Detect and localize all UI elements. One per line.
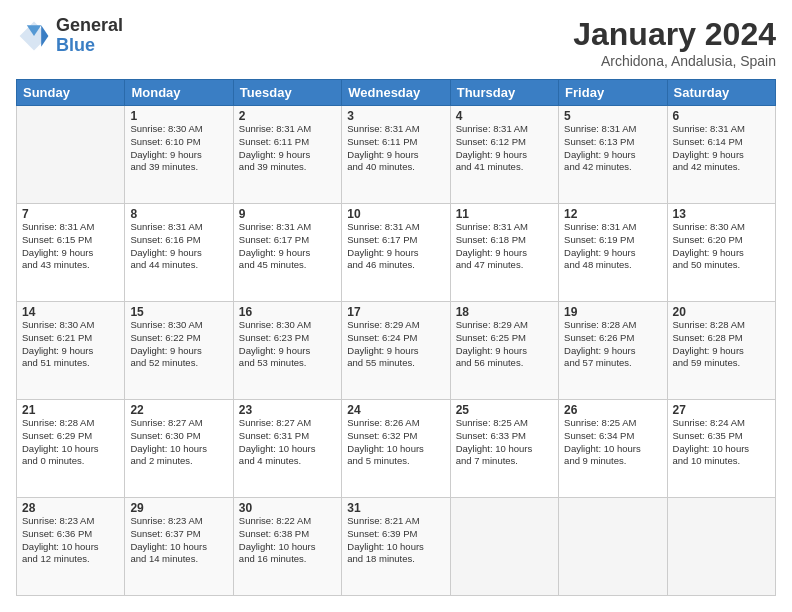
calendar-day-header: Thursday: [450, 80, 558, 106]
day-number: 20: [673, 305, 770, 319]
calendar-cell: 12Sunrise: 8:31 AMSunset: 6:19 PMDayligh…: [559, 204, 667, 302]
day-number: 21: [22, 403, 119, 417]
calendar-week-row: 28Sunrise: 8:23 AMSunset: 6:36 PMDayligh…: [17, 498, 776, 596]
calendar-cell: 7Sunrise: 8:31 AMSunset: 6:15 PMDaylight…: [17, 204, 125, 302]
calendar-cell: [667, 498, 775, 596]
day-number: 1: [130, 109, 227, 123]
calendar-cell: 5Sunrise: 8:31 AMSunset: 6:13 PMDaylight…: [559, 106, 667, 204]
calendar-cell: 13Sunrise: 8:30 AMSunset: 6:20 PMDayligh…: [667, 204, 775, 302]
day-info: Sunrise: 8:24 AMSunset: 6:35 PMDaylight:…: [673, 417, 770, 468]
day-number: 30: [239, 501, 336, 515]
day-number: 11: [456, 207, 553, 221]
day-number: 8: [130, 207, 227, 221]
day-info: Sunrise: 8:31 AMSunset: 6:18 PMDaylight:…: [456, 221, 553, 272]
calendar-cell: [559, 498, 667, 596]
calendar-cell: 28Sunrise: 8:23 AMSunset: 6:36 PMDayligh…: [17, 498, 125, 596]
day-number: 18: [456, 305, 553, 319]
calendar-cell: 20Sunrise: 8:28 AMSunset: 6:28 PMDayligh…: [667, 302, 775, 400]
day-info: Sunrise: 8:31 AMSunset: 6:13 PMDaylight:…: [564, 123, 661, 174]
day-number: 24: [347, 403, 444, 417]
calendar-cell: 30Sunrise: 8:22 AMSunset: 6:38 PMDayligh…: [233, 498, 341, 596]
day-number: 12: [564, 207, 661, 221]
logo-general: General: [56, 16, 123, 36]
calendar-cell: 31Sunrise: 8:21 AMSunset: 6:39 PMDayligh…: [342, 498, 450, 596]
calendar-cell: 17Sunrise: 8:29 AMSunset: 6:24 PMDayligh…: [342, 302, 450, 400]
calendar-day-header: Monday: [125, 80, 233, 106]
calendar-cell: 8Sunrise: 8:31 AMSunset: 6:16 PMDaylight…: [125, 204, 233, 302]
calendar-cell: 24Sunrise: 8:26 AMSunset: 6:32 PMDayligh…: [342, 400, 450, 498]
day-number: 6: [673, 109, 770, 123]
day-info: Sunrise: 8:29 AMSunset: 6:24 PMDaylight:…: [347, 319, 444, 370]
calendar-cell: 21Sunrise: 8:28 AMSunset: 6:29 PMDayligh…: [17, 400, 125, 498]
day-info: Sunrise: 8:30 AMSunset: 6:21 PMDaylight:…: [22, 319, 119, 370]
location: Archidona, Andalusia, Spain: [573, 53, 776, 69]
day-info: Sunrise: 8:30 AMSunset: 6:23 PMDaylight:…: [239, 319, 336, 370]
day-info: Sunrise: 8:22 AMSunset: 6:38 PMDaylight:…: [239, 515, 336, 566]
day-number: 2: [239, 109, 336, 123]
day-number: 13: [673, 207, 770, 221]
day-number: 16: [239, 305, 336, 319]
day-number: 3: [347, 109, 444, 123]
calendar-cell: 23Sunrise: 8:27 AMSunset: 6:31 PMDayligh…: [233, 400, 341, 498]
month-title: January 2024: [573, 16, 776, 53]
day-number: 25: [456, 403, 553, 417]
day-number: 17: [347, 305, 444, 319]
calendar-header-row: SundayMondayTuesdayWednesdayThursdayFrid…: [17, 80, 776, 106]
day-number: 10: [347, 207, 444, 221]
calendar-day-header: Sunday: [17, 80, 125, 106]
day-number: 14: [22, 305, 119, 319]
day-info: Sunrise: 8:26 AMSunset: 6:32 PMDaylight:…: [347, 417, 444, 468]
day-number: 31: [347, 501, 444, 515]
calendar-cell: 11Sunrise: 8:31 AMSunset: 6:18 PMDayligh…: [450, 204, 558, 302]
calendar-week-row: 21Sunrise: 8:28 AMSunset: 6:29 PMDayligh…: [17, 400, 776, 498]
calendar-cell: 10Sunrise: 8:31 AMSunset: 6:17 PMDayligh…: [342, 204, 450, 302]
calendar-cell: 29Sunrise: 8:23 AMSunset: 6:37 PMDayligh…: [125, 498, 233, 596]
day-info: Sunrise: 8:28 AMSunset: 6:26 PMDaylight:…: [564, 319, 661, 370]
calendar-day-header: Saturday: [667, 80, 775, 106]
day-info: Sunrise: 8:31 AMSunset: 6:14 PMDaylight:…: [673, 123, 770, 174]
day-info: Sunrise: 8:31 AMSunset: 6:11 PMDaylight:…: [347, 123, 444, 174]
day-info: Sunrise: 8:23 AMSunset: 6:36 PMDaylight:…: [22, 515, 119, 566]
logo-text: General Blue: [56, 16, 123, 56]
calendar-table: SundayMondayTuesdayWednesdayThursdayFrid…: [16, 79, 776, 596]
page: General Blue January 2024 Archidona, And…: [0, 0, 792, 612]
day-info: Sunrise: 8:31 AMSunset: 6:19 PMDaylight:…: [564, 221, 661, 272]
calendar-cell: 4Sunrise: 8:31 AMSunset: 6:12 PMDaylight…: [450, 106, 558, 204]
day-info: Sunrise: 8:29 AMSunset: 6:25 PMDaylight:…: [456, 319, 553, 370]
day-info: Sunrise: 8:23 AMSunset: 6:37 PMDaylight:…: [130, 515, 227, 566]
day-number: 27: [673, 403, 770, 417]
calendar-day-header: Tuesday: [233, 80, 341, 106]
svg-marker-1: [41, 25, 48, 47]
day-info: Sunrise: 8:31 AMSunset: 6:17 PMDaylight:…: [239, 221, 336, 272]
calendar-cell: 1Sunrise: 8:30 AMSunset: 6:10 PMDaylight…: [125, 106, 233, 204]
day-info: Sunrise: 8:28 AMSunset: 6:29 PMDaylight:…: [22, 417, 119, 468]
calendar-cell: 9Sunrise: 8:31 AMSunset: 6:17 PMDaylight…: [233, 204, 341, 302]
day-number: 9: [239, 207, 336, 221]
day-number: 7: [22, 207, 119, 221]
calendar-cell: [17, 106, 125, 204]
calendar-day-header: Friday: [559, 80, 667, 106]
header: General Blue January 2024 Archidona, And…: [16, 16, 776, 69]
calendar-cell: 27Sunrise: 8:24 AMSunset: 6:35 PMDayligh…: [667, 400, 775, 498]
header-right: January 2024 Archidona, Andalusia, Spain: [573, 16, 776, 69]
day-info: Sunrise: 8:31 AMSunset: 6:17 PMDaylight:…: [347, 221, 444, 272]
day-info: Sunrise: 8:25 AMSunset: 6:33 PMDaylight:…: [456, 417, 553, 468]
day-info: Sunrise: 8:31 AMSunset: 6:12 PMDaylight:…: [456, 123, 553, 174]
calendar-cell: 19Sunrise: 8:28 AMSunset: 6:26 PMDayligh…: [559, 302, 667, 400]
calendar-cell: 16Sunrise: 8:30 AMSunset: 6:23 PMDayligh…: [233, 302, 341, 400]
calendar-cell: 26Sunrise: 8:25 AMSunset: 6:34 PMDayligh…: [559, 400, 667, 498]
day-info: Sunrise: 8:28 AMSunset: 6:28 PMDaylight:…: [673, 319, 770, 370]
day-info: Sunrise: 8:21 AMSunset: 6:39 PMDaylight:…: [347, 515, 444, 566]
day-info: Sunrise: 8:30 AMSunset: 6:22 PMDaylight:…: [130, 319, 227, 370]
calendar-day-header: Wednesday: [342, 80, 450, 106]
calendar-cell: 2Sunrise: 8:31 AMSunset: 6:11 PMDaylight…: [233, 106, 341, 204]
day-info: Sunrise: 8:31 AMSunset: 6:11 PMDaylight:…: [239, 123, 336, 174]
day-info: Sunrise: 8:31 AMSunset: 6:16 PMDaylight:…: [130, 221, 227, 272]
calendar-cell: 22Sunrise: 8:27 AMSunset: 6:30 PMDayligh…: [125, 400, 233, 498]
calendar-cell: 14Sunrise: 8:30 AMSunset: 6:21 PMDayligh…: [17, 302, 125, 400]
calendar-cell: 15Sunrise: 8:30 AMSunset: 6:22 PMDayligh…: [125, 302, 233, 400]
day-number: 29: [130, 501, 227, 515]
day-info: Sunrise: 8:27 AMSunset: 6:31 PMDaylight:…: [239, 417, 336, 468]
day-number: 19: [564, 305, 661, 319]
calendar-cell: 6Sunrise: 8:31 AMSunset: 6:14 PMDaylight…: [667, 106, 775, 204]
